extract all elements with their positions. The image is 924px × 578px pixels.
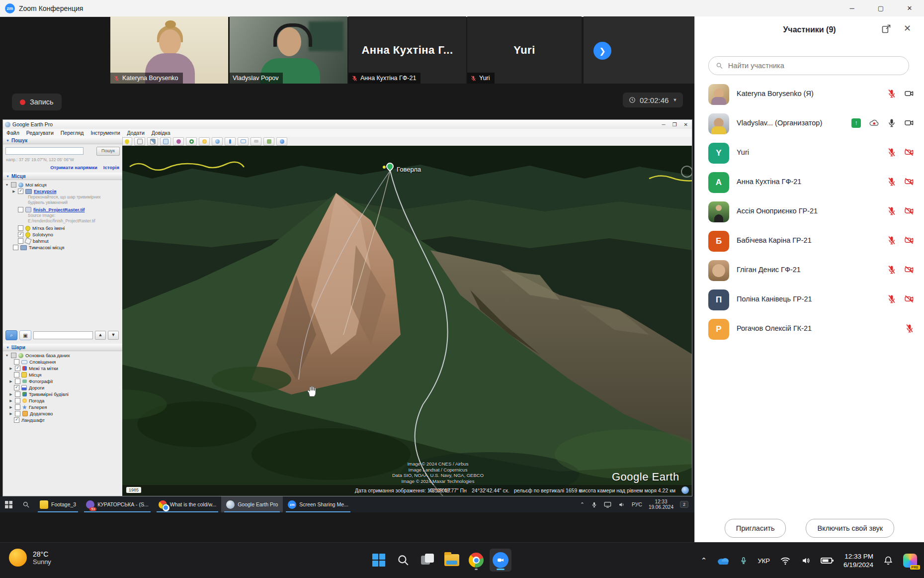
- meeting-timer[interactable]: 02:02:46 ▼: [623, 93, 683, 107]
- expander-icon[interactable]: ▶: [9, 405, 13, 409]
- checkbox[interactable]: [15, 379, 20, 384]
- checkbox-checked[interactable]: [18, 232, 23, 237]
- mic-icon[interactable]: [591, 501, 597, 508]
- history-link[interactable]: Історія: [103, 165, 119, 170]
- expander-icon[interactable]: ▶: [9, 380, 13, 384]
- camera-off-icon[interactable]: [904, 265, 915, 275]
- mic-muted-icon[interactable]: [887, 177, 897, 187]
- checkbox[interactable]: [11, 353, 16, 358]
- tray-chevron-icon[interactable]: ⌃: [580, 501, 585, 507]
- display-icon[interactable]: [604, 501, 611, 508]
- expander-icon[interactable]: ▶: [9, 412, 13, 416]
- ge-titlebar[interactable]: Google Earth Pro ─ ❐ ✕: [3, 120, 692, 129]
- participant-row[interactable]: П Поліна Канівець ГР-21: [695, 286, 924, 315]
- streetview-orb-icon[interactable]: [681, 486, 689, 494]
- place-item-temporary[interactable]: Тимчасові місця: [3, 244, 122, 251]
- ge-close-button[interactable]: ✕: [684, 122, 688, 127]
- weather-widget[interactable]: 28°C Sunny: [9, 549, 51, 567]
- place-item-raster[interactable]: finish_ProjectRaster.tif: [3, 206, 122, 213]
- menu-edit[interactable]: Редагувати: [23, 130, 57, 136]
- layer-more[interactable]: ▶ Додатково: [3, 410, 122, 417]
- notification-center-icon[interactable]: 2: [680, 501, 688, 508]
- file-explorer-button[interactable]: [441, 549, 463, 572]
- participant-search[interactable]: [708, 56, 909, 75]
- mic-icon[interactable]: [740, 556, 748, 566]
- ge-map-viewport[interactable]: Говерла Image © 2024 CNES / Airbus Image…: [122, 146, 692, 496]
- print-icon[interactable]: [251, 137, 261, 146]
- path-icon[interactable]: [147, 137, 158, 146]
- unmute-button[interactable]: Включить свой звук: [806, 519, 894, 538]
- shared-search-button[interactable]: [17, 496, 35, 512]
- move-up-button[interactable]: ▲: [95, 331, 106, 340]
- ge-search-input[interactable]: [5, 147, 84, 155]
- layer-places[interactable]: Місця: [3, 372, 122, 378]
- places-root-item[interactable]: ▼ Мої місця: [3, 182, 122, 188]
- zoom-app-button[interactable]: [490, 549, 511, 572]
- navigation-hint-icon[interactable]: [681, 166, 692, 178]
- place-item-solotvyno[interactable]: Solotvyno: [3, 231, 122, 238]
- checkbox[interactable]: [13, 245, 18, 250]
- taskbar-item-zoom-sharing[interactable]: zm Screen Sharing Me...: [283, 496, 353, 512]
- checkbox[interactable]: [11, 182, 16, 188]
- menu-view[interactable]: Перегляд: [57, 130, 87, 136]
- place-item-excursion[interactable]: ▶ Екскурсія: [3, 188, 122, 194]
- shared-clock[interactable]: 12:33 19.06.2024: [649, 499, 673, 510]
- chrome-button[interactable]: [465, 549, 487, 572]
- checkbox[interactable]: [15, 398, 20, 403]
- checkbox[interactable]: [18, 225, 23, 231]
- language-indicator[interactable]: РУС: [632, 501, 642, 507]
- email-icon[interactable]: [238, 137, 249, 146]
- taskbar-item-footage[interactable]: Footage_3: [35, 496, 81, 512]
- participant-row[interactable]: Ассія Оноприєнко ГР-21: [695, 197, 924, 227]
- mic-on-icon[interactable]: [887, 118, 897, 128]
- participant-row[interactable]: Kateryna Borysenko (Я): [695, 80, 924, 109]
- task-view-button[interactable]: [417, 549, 438, 572]
- shared-start-button[interactable]: [0, 496, 17, 512]
- menu-file[interactable]: Файл: [3, 130, 23, 136]
- battery-icon[interactable]: [821, 557, 834, 564]
- layers-panel-header[interactable]: ▼ Шари: [3, 344, 122, 351]
- expander-icon[interactable]: ▶: [12, 190, 16, 193]
- checkbox-checked[interactable]: [18, 189, 23, 194]
- ge-minimize-button[interactable]: ─: [662, 122, 666, 127]
- layer-3d-buildings[interactable]: ▶ Тривимірні будівлі: [3, 391, 122, 397]
- layer-gallery[interactable]: ▶ Галерея: [3, 404, 122, 410]
- expander-icon[interactable]: ▶: [9, 392, 13, 396]
- next-videos-button[interactable]: ❯: [593, 42, 611, 60]
- camera-on-icon[interactable]: [904, 89, 915, 98]
- camera-on-icon[interactable]: [904, 118, 915, 128]
- search-button[interactable]: [392, 549, 414, 572]
- onedrive-icon[interactable]: [717, 556, 730, 565]
- taskbar-item-chrome[interactable]: What is the cold/w...: [154, 496, 221, 512]
- checkbox[interactable]: [15, 391, 20, 397]
- chevron-down-icon[interactable]: ▼: [672, 97, 677, 102]
- mic-muted-icon[interactable]: [887, 265, 897, 275]
- mic-muted-icon[interactable]: [887, 89, 897, 98]
- expander-icon[interactable]: ▼: [5, 183, 9, 187]
- participant-row[interactable]: Б Бабічева Каріна ГР-21: [695, 227, 924, 256]
- ruler-icon[interactable]: [225, 137, 236, 146]
- video-tile-anna[interactable]: Анна Кухтіна Г... Анна Кухтіна ГФ-21: [348, 16, 466, 84]
- taskbar-item-kuratorska[interactable]: 53 КУРАТОРСЬКА - (S...: [81, 496, 154, 512]
- checkbox[interactable]: [14, 359, 19, 365]
- checkbox-checked[interactable]: [14, 385, 19, 390]
- clock[interactable]: 12:33 PM 6/19/2024: [843, 552, 873, 569]
- planets-icon[interactable]: [212, 137, 223, 146]
- video-tile-kateryna[interactable]: Kateryna Borysenko: [110, 16, 228, 84]
- checkbox-checked[interactable]: [15, 366, 20, 371]
- participant-row[interactable]: Y Yuri: [695, 139, 924, 168]
- layers-root-item[interactable]: ▼ Основна база даних: [3, 352, 122, 359]
- copilot-icon[interactable]: PRE: [903, 554, 917, 568]
- wifi-icon[interactable]: [780, 557, 791, 565]
- places-filter-input[interactable]: [33, 331, 93, 339]
- checkbox[interactable]: [15, 411, 20, 416]
- search-panel-header[interactable]: ▼ Пошук: [3, 137, 122, 144]
- tray-chevron-icon[interactable]: ⌃: [701, 556, 707, 565]
- video-tile-vladyslav[interactable]: Vladyslav Popov: [230, 16, 347, 84]
- move-down-button[interactable]: ▼: [108, 331, 119, 340]
- language-indicator[interactable]: УКР: [757, 557, 770, 565]
- layer-borders[interactable]: ▶ Межі та мітки: [3, 365, 122, 372]
- invite-button[interactable]: Пригласить: [725, 519, 786, 538]
- notification-bell-icon[interactable]: [883, 555, 893, 566]
- mic-muted-icon[interactable]: [887, 294, 897, 304]
